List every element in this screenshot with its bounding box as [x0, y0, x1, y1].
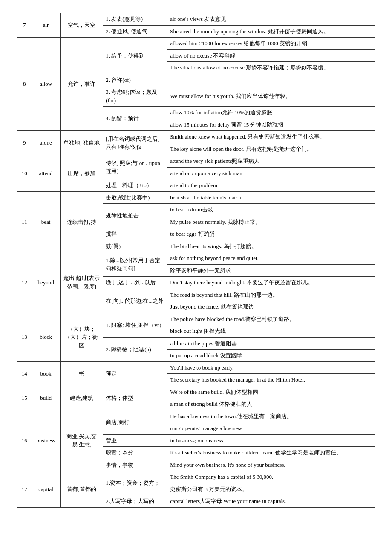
entry-definition: 1.除...以外[常用于否定句和疑问句] — [103, 252, 167, 277]
entry-example: She aired the room by opening the window… — [167, 25, 375, 38]
entry-definition: 职责；本分 — [103, 447, 167, 459]
entry-example: beat sb at the table tennis match — [167, 191, 375, 204]
entry-example: air one's views 发表意见 — [167, 13, 375, 26]
entry-chinese: （大）块；（大）片；街区 — [60, 313, 103, 361]
table-row: 11beat连续击打,搏击败,战胜(比赛中)beat sb at the tab… — [17, 191, 375, 204]
table-row: 7air空气，天空1. 发表(意见等)air one's views 发表意见 — [17, 13, 375, 26]
entry-definition: 事情，事物 — [103, 459, 167, 471]
entry-example: allowed him £1000 for expenses 给他每年 1000… — [167, 38, 375, 50]
entry-word: alone — [32, 131, 60, 155]
table-row: 8allow允许，准许1. 给予；使得到allowed him £1000 fo… — [17, 38, 375, 50]
entry-example: He has a business in the town.他在城里有一家商店。 — [167, 410, 375, 422]
entry-example: The bird beat its wings. 鸟扑打翅膀。 — [167, 240, 375, 252]
entry-example: to beat a drum击鼓 — [167, 204, 375, 216]
entry-number: 7 — [17, 13, 32, 38]
entry-definition: 1. 阻塞; 堵住,阻挡（vt） — [103, 313, 167, 337]
entry-word: block — [32, 313, 60, 361]
entry-example: block out light 阻挡光线 — [167, 325, 375, 338]
entry-definition: 2.大写字母；大写的 — [103, 495, 167, 508]
entry-chinese: 出席，参加 — [60, 155, 103, 192]
entry-example: allow 10% for inflation允许 10%的通货膨胀 — [167, 107, 375, 119]
entry-number: 8 — [17, 38, 32, 131]
entry-word: allow — [32, 38, 60, 131]
entry-number: 9 — [17, 131, 32, 155]
table-row: 16business商业,买卖,交易;生意,商店,商行He has a busi… — [17, 410, 375, 422]
entry-example: attend on / upon a very sick man — [167, 167, 375, 179]
entry-example: The police have blocked the road.警察已封锁了道… — [167, 313, 375, 325]
entry-chinese: 建造,建筑 — [60, 386, 103, 410]
entry-number: 10 — [17, 155, 32, 192]
entry-example: We must allow for his youth. 我们应当体谅他年轻。 — [167, 86, 375, 107]
table-row: 15build建造,建筑体格；体型We're of the same build… — [17, 386, 375, 398]
entry-definition: 处理、料理（+to） — [103, 179, 167, 192]
table-row: 13block（大）块；（大）片；街区1. 阻塞; 堵住,阻挡（vt）The p… — [17, 313, 375, 325]
entry-word: air — [32, 13, 60, 38]
entry-number: 15 — [17, 386, 32, 410]
entry-number: 11 — [17, 191, 32, 252]
entry-example — [167, 74, 375, 86]
entry-word: beyond — [32, 252, 60, 313]
vocabulary-table: 7air空气，天空1. 发表(意见等)air one's views 发表意见2… — [17, 13, 375, 508]
entry-example: Mind your own business. It's none of you… — [167, 459, 375, 471]
entry-example: The Smith Company has a capital of $ 30,… — [167, 471, 375, 483]
entry-example: in business; on business — [167, 434, 375, 447]
entry-chinese: 首都,首都的 — [60, 471, 103, 508]
entry-definition: 商店,商行 — [103, 410, 167, 434]
entry-example: We're of the same build. 我们体型相同 — [167, 386, 375, 398]
entry-number: 17 — [17, 471, 32, 508]
entry-example: Smith alone knew what happened. 只有史密斯知道发… — [167, 131, 375, 143]
entry-example: run / operate/ manage a business — [167, 422, 375, 435]
entry-definition: 营业 — [103, 434, 167, 447]
entry-definition: 体格；体型 — [103, 386, 167, 410]
entry-definition: 预定 — [103, 361, 167, 386]
entry-example: to put up a road block 设置路障 — [167, 350, 375, 362]
entry-word: book — [32, 361, 60, 386]
entry-example: The key alone will open the door. 只有这把钥匙… — [167, 143, 375, 155]
entry-example: The secretary has booked the manager in … — [167, 374, 375, 386]
entry-word: attend — [32, 155, 60, 192]
entry-example: a block in the pipes 管道阻塞 — [167, 337, 375, 350]
entry-chinese: 商业,买卖,交易;生意, — [60, 410, 103, 471]
entry-definition: 规律性地拍击 — [103, 204, 167, 228]
entry-definition: 2. 障碍物；阻塞(n) — [103, 337, 167, 361]
entry-example: The situations allow of no excuse.形势不容许拖… — [167, 62, 375, 74]
entry-example: capital letters大写字母 Write your name in c… — [167, 495, 375, 508]
entry-chinese: 单独地, 独自地 — [60, 131, 103, 155]
entry-word: build — [32, 386, 60, 410]
entry-definition: 4. 酌留；预计 — [103, 107, 167, 131]
entry-example: 史密斯公司有 3 万美元的资本。 — [167, 483, 375, 495]
entry-definition: 1. 给予；使得到 — [103, 38, 167, 74]
table-row: 14book书预定You'll have to book up early. — [17, 361, 375, 374]
entry-chinese: 允许，准许 — [60, 38, 103, 131]
entry-example: ask for nothing beyond peace and quiet. — [167, 252, 375, 265]
entry-example: attend the very sick patients照应重病人 — [167, 155, 375, 168]
table-row: 9alone单独地, 独自地[用在名词或代词之后]只有 唯有/仅仅Smith a… — [17, 131, 375, 143]
entry-definition: 击败,战胜(比赛中) — [103, 191, 167, 204]
entry-word: beat — [32, 191, 60, 252]
entry-definition: 鼓(翼) — [103, 240, 167, 252]
entry-number: 12 — [17, 252, 32, 313]
entry-word: capital — [32, 471, 60, 508]
table-row: 12beyond超出,超过[表示范围、限度]1.除...以外[常用于否定句和疑问… — [17, 252, 375, 265]
entry-definition: 晚于,迟于....到...以后 — [103, 277, 167, 289]
entry-example: Just beyond the fence. 就在篱笆那边 — [167, 301, 375, 313]
entry-number: 16 — [17, 410, 32, 471]
entry-chinese: 空气，天空 — [60, 13, 103, 38]
entry-chinese: 连续击打,搏 — [60, 191, 103, 252]
entry-chinese: 书 — [60, 361, 103, 386]
entry-definition: 2. 容许(of) — [103, 74, 167, 86]
entry-definition: 搅拌 — [103, 228, 167, 240]
entry-definition: [用在名词或代词之后]只有 唯有/仅仅 — [103, 131, 167, 155]
table-row: 10attend出席，参加侍候, 照应;与 on / upon 连用)atten… — [17, 155, 375, 168]
entry-example: allow of no excuse 不容辩解 — [167, 49, 375, 62]
entry-example: Don't stay there beyond midnight. 不要过了午夜… — [167, 277, 375, 289]
entry-example: attend to the problem — [167, 179, 375, 192]
entry-example: It's a teacher's business to make childr… — [167, 447, 375, 459]
entry-number: 14 — [17, 361, 32, 386]
entry-number: 13 — [17, 313, 32, 361]
entry-definition: 侍候, 照应;与 on / upon 连用) — [103, 155, 167, 179]
entry-example: a man of strong build 体格健壮的人 — [167, 398, 375, 410]
entry-definition: 2. 使通风, 使通气 — [103, 25, 167, 38]
entry-example: 除平安和平静外一无所求 — [167, 264, 375, 277]
entry-example: to beat eggs 打鸡蛋 — [167, 228, 375, 240]
